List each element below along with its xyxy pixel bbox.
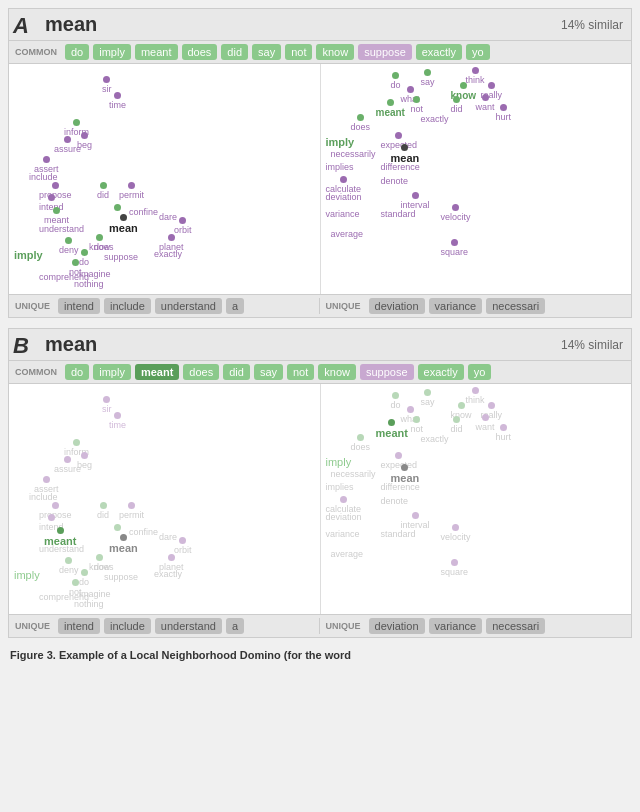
chip-say-a[interactable]: say	[252, 44, 281, 60]
word-exactly-right-b: exactly	[421, 434, 449, 444]
word-suppose-b2: suppose	[104, 572, 138, 582]
word-not-right-a: not	[411, 96, 424, 114]
chip-does-a[interactable]: does	[182, 44, 218, 60]
panel-b-label: B	[13, 333, 29, 359]
word-standard-a: standard	[381, 209, 416, 219]
word-square-a: square	[441, 239, 469, 257]
word-confine-b: confine	[129, 527, 158, 537]
chip-suppose-b[interactable]: suppose	[360, 364, 414, 380]
word-denote-b: denote	[381, 496, 409, 506]
chip-variance-a[interactable]: variance	[429, 298, 483, 314]
figure-caption: Figure 3. Example of a Local Neighborhoo…	[8, 648, 632, 663]
chip-a-a[interactable]: a	[226, 298, 244, 314]
word-say-left-a	[114, 204, 121, 212]
chip-does-b[interactable]: does	[183, 364, 219, 380]
panel-a-similarity: 14% similar	[561, 18, 623, 32]
chip-exactly-a[interactable]: exactly	[416, 44, 462, 60]
word-planet-a: planet	[159, 234, 184, 252]
word-know-left-a: know	[89, 234, 110, 252]
word-imply-right-b: imply	[326, 456, 352, 468]
word-orbit-a: orbit	[174, 217, 192, 235]
word-mean-right-b: mean	[391, 464, 420, 484]
chip-exactly-b[interactable]: exactly	[418, 364, 464, 380]
panel-b-similarity: 14% similar	[561, 338, 623, 352]
word-implies-a: implies	[326, 162, 354, 172]
word-denote-a: denote	[381, 176, 409, 186]
word-did-right-a: did	[451, 96, 463, 114]
panel-a-viz-right: do say think what know	[321, 64, 632, 294]
chip-do-b[interactable]: do	[65, 364, 89, 380]
word-velocity-a: velocity	[441, 204, 471, 222]
word-hurt-a: hurt	[496, 104, 512, 122]
word-mean-center-b: mean	[109, 534, 138, 554]
panel-a: A mean 14% similar COMMON do imply meant…	[8, 8, 632, 318]
word-say-right-a: say	[421, 69, 435, 87]
word-orbit-b: orbit	[174, 537, 192, 555]
word-implies-b: implies	[326, 482, 354, 492]
chip-yo-b[interactable]: yo	[468, 364, 492, 380]
chip-meant-b[interactable]: meant ☞	[135, 364, 179, 380]
word-time-b: time	[109, 412, 126, 430]
word-mean-right-a: mean	[391, 144, 420, 164]
chip-know-b[interactable]: know	[318, 364, 356, 380]
chip-not-b[interactable]: not	[287, 364, 314, 380]
word-know-left-b: know	[89, 554, 110, 572]
panel-a-viz-left: sir time inform assure beg	[9, 64, 321, 294]
panel-b-header: mean 14% similar	[9, 329, 631, 361]
chip-deviation-a[interactable]: deviation	[369, 298, 425, 314]
panel-a-common-label: COMMON	[15, 47, 57, 57]
chip-imply-b[interactable]: imply	[93, 364, 131, 380]
chip-deviation-b[interactable]: deviation	[369, 618, 425, 634]
word-do-right-a: do	[391, 72, 401, 90]
word-do-right-b: do	[391, 392, 401, 410]
word-permit-b: permit	[119, 502, 144, 520]
chip-understand-b[interactable]: understand	[155, 618, 222, 634]
chip-include-b[interactable]: include	[104, 618, 151, 634]
chip-variance-b[interactable]: variance	[429, 618, 483, 634]
word-understand-b: understand	[39, 544, 84, 554]
chip-imply-a[interactable]: imply	[93, 44, 131, 60]
word-deny-a: deny	[59, 237, 79, 255]
chip-necessari-a[interactable]: necessari	[486, 298, 545, 314]
word-average-b: average	[331, 549, 364, 559]
word-beg-a: beg	[77, 132, 92, 150]
word-does-right-b: does	[351, 434, 371, 452]
panel-a-unique-left-label: UNIQUE	[15, 301, 50, 311]
chip-say-b[interactable]: say	[254, 364, 283, 380]
word-exactly-right-a: exactly	[421, 114, 449, 124]
word-say-right-b: say	[421, 389, 435, 407]
chip-necessari-b[interactable]: necessari	[486, 618, 545, 634]
word-comprehend-a: comprehend	[39, 272, 89, 282]
chip-do-a[interactable]: do	[65, 44, 89, 60]
chip-meant-a[interactable]: meant	[135, 44, 178, 60]
word-difference-b: difference	[381, 482, 420, 492]
figure-container: A mean 14% similar COMMON do imply meant…	[0, 0, 640, 671]
chip-suppose-a[interactable]: suppose	[358, 44, 412, 60]
word-planet-b: planet	[159, 554, 184, 572]
panel-b-unique-left-label: UNIQUE	[15, 621, 50, 631]
word-imply-right-a: imply	[326, 136, 355, 148]
word-understand-a: understand	[39, 224, 84, 234]
word-variance-b: variance	[326, 529, 360, 539]
chip-include-a[interactable]: include	[104, 298, 151, 314]
word-necessarily-a: necessarily	[331, 149, 376, 159]
word-variance-a: variance	[326, 209, 360, 219]
chip-intend-b[interactable]: intend	[58, 618, 100, 634]
panel-b-title: mean	[45, 333, 97, 356]
chip-intend-a[interactable]: intend	[58, 298, 100, 314]
chip-not-a[interactable]: not	[285, 44, 312, 60]
panel-b: B mean 14% similar COMMON do imply meant…	[8, 328, 632, 638]
chip-a-b[interactable]: a	[226, 618, 244, 634]
panel-a-viz: sir time inform assure beg	[9, 64, 631, 294]
panel-a-unique-right-label: UNIQUE	[326, 301, 361, 311]
word-interval-a: interval	[401, 192, 430, 210]
word-velocity-b: velocity	[441, 524, 471, 542]
chip-yo-a[interactable]: yo	[466, 44, 490, 60]
panel-b-unique-bar: UNIQUE intend include understand a UNIQU…	[9, 614, 631, 637]
chip-understand-a[interactable]: understand	[155, 298, 222, 314]
panel-a-unique-bar: UNIQUE intend include understand a UNIQU…	[9, 294, 631, 317]
chip-did-a[interactable]: did	[221, 44, 248, 60]
chip-know-a[interactable]: know	[316, 44, 354, 60]
panel-a-label: A	[13, 13, 29, 39]
chip-did-b[interactable]: did	[223, 364, 250, 380]
